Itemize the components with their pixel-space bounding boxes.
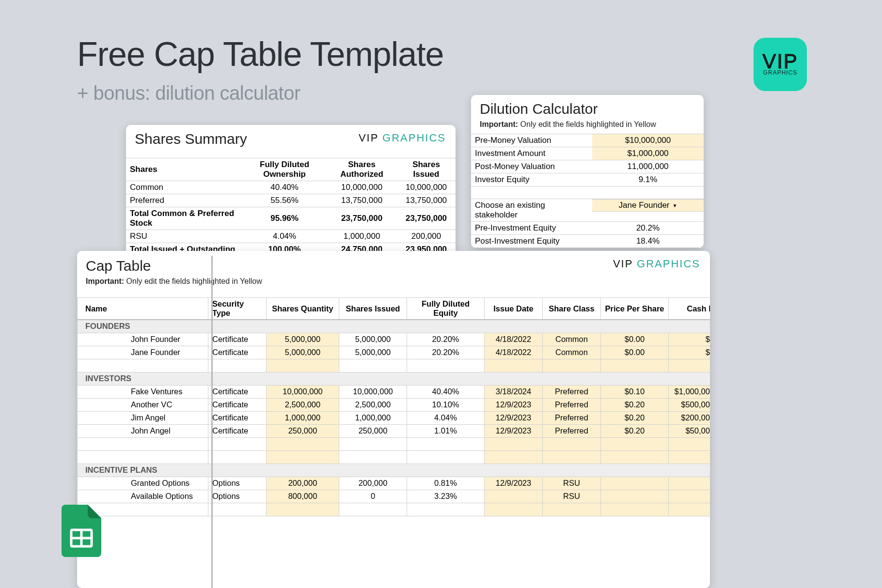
editable-cell[interactable]: 800,000: [267, 490, 339, 503]
editable-cell[interactable]: 12/9/2023: [485, 424, 543, 437]
vip-logo: VIP GRAPHICS: [359, 132, 446, 144]
column-header: Issue Date: [485, 298, 543, 320]
editable-cell[interactable]: 5,000,000: [267, 346, 339, 359]
freeze-divider: [211, 256, 213, 588]
editable-cell[interactable]: [485, 437, 543, 450]
editable-cell[interactable]: [669, 477, 710, 490]
editable-cell[interactable]: 4/18/2022: [485, 346, 543, 359]
editable-cell[interactable]: [485, 450, 543, 464]
table-row: Preferred55.56%13,750,00013,750,000: [126, 194, 456, 207]
dilution-title: Dilution Calculator: [471, 95, 704, 119]
editable-cell[interactable]: 4/18/2022: [485, 333, 543, 346]
editable-cell[interactable]: RSU: [543, 477, 601, 490]
editable-cell[interactable]: RSU: [543, 490, 601, 503]
editable-cell[interactable]: $0.00: [601, 346, 669, 359]
editable-cell[interactable]: $1,000,000.00: [669, 385, 710, 398]
cap-table-hint: Important: Only edit the fields highligh…: [77, 276, 710, 291]
editable-cell[interactable]: [267, 450, 339, 464]
editable-cell[interactable]: 12/9/2023: [485, 411, 543, 424]
column-header: Security Type: [208, 298, 267, 320]
editable-cell[interactable]: 200,000: [267, 477, 339, 490]
editable-cell[interactable]: Preferred: [543, 424, 601, 437]
editable-cell[interactable]: Preferred: [543, 411, 601, 424]
editable-cell[interactable]: 250,000: [267, 424, 339, 437]
section-header: INVESTORS: [78, 372, 710, 385]
editable-cell[interactable]: 12/9/2023: [485, 477, 543, 490]
editable-cell[interactable]: $0.00: [669, 346, 710, 359]
editable-cell[interactable]: 12/9/2023: [485, 398, 543, 411]
editable-cell[interactable]: $0.10: [601, 385, 669, 398]
editable-cell[interactable]: Preferred: [543, 398, 601, 411]
page-subtitle: + bonus: dilution calculator: [77, 82, 300, 104]
editable-cell[interactable]: [485, 503, 543, 516]
table-row: [78, 503, 710, 516]
editable-cell[interactable]: [485, 490, 543, 503]
editable-cell[interactable]: [601, 450, 669, 464]
editable-cell[interactable]: 1,000,000: [267, 411, 339, 424]
table-row: John FounderCertificate5,000,0005,000,00…: [78, 333, 710, 346]
editable-cell[interactable]: $10,000,000: [592, 134, 704, 147]
editable-cell[interactable]: [267, 503, 339, 516]
column-header: Shares Authorized: [327, 158, 397, 181]
editable-cell[interactable]: $50,000.00: [669, 424, 710, 437]
column-header: Shares Quantity: [267, 298, 339, 320]
stakeholder-select[interactable]: Jane Founder ▼: [592, 199, 704, 212]
column-header: Shares Issued: [339, 298, 407, 320]
editable-cell[interactable]: [669, 437, 710, 450]
editable-cell[interactable]: $500,000.00: [669, 398, 710, 411]
vip-badge: VIP GRAPHICS: [754, 38, 807, 91]
stakeholder-label: Choose an existing stakeholder: [471, 199, 592, 222]
editable-cell[interactable]: [669, 490, 710, 503]
editable-cell[interactable]: $0.20: [601, 411, 669, 424]
table-row: Pre-Money Valuation$10,000,000: [471, 134, 704, 147]
column-header: Share Class: [543, 298, 601, 320]
editable-cell[interactable]: 5,000,000: [267, 333, 339, 346]
editable-cell[interactable]: [601, 359, 669, 372]
editable-cell[interactable]: [669, 359, 710, 372]
table-row: [78, 359, 710, 372]
editable-cell[interactable]: [267, 359, 339, 372]
editable-cell[interactable]: [601, 490, 669, 503]
column-header: Shares: [126, 158, 242, 181]
google-sheets-icon: [62, 505, 101, 557]
shares-summary-table: SharesFully Diluted OwnershipShares Auth…: [126, 158, 456, 256]
editable-cell[interactable]: [669, 503, 710, 516]
column-header: Price Per Share: [601, 298, 669, 320]
column-header: Shares Issued: [397, 158, 456, 181]
editable-cell[interactable]: [543, 437, 601, 450]
editable-cell[interactable]: Common: [543, 333, 601, 346]
table-row: [78, 450, 710, 464]
table-row: Investment Amount$1,000,000: [471, 147, 704, 160]
editable-cell[interactable]: [543, 450, 601, 464]
editable-cell[interactable]: 10,000,000: [267, 385, 339, 398]
table-row: Post-Money Valuation11,000,000: [471, 160, 704, 173]
table-row: Total Common & Preferred Stock95.96%23,7…: [126, 207, 456, 230]
table-row: [78, 437, 710, 450]
column-header: Fully Diluted Equity: [407, 298, 485, 320]
editable-cell[interactable]: [543, 503, 601, 516]
column-header: Cash Paid: [669, 298, 710, 320]
editable-cell[interactable]: [601, 477, 669, 490]
editable-cell[interactable]: [543, 359, 601, 372]
editable-cell[interactable]: $0.00: [601, 333, 669, 346]
editable-cell[interactable]: [669, 450, 710, 464]
editable-cell[interactable]: $0.00: [669, 333, 710, 346]
editable-cell[interactable]: $1,000,000: [592, 147, 704, 160]
table-row: Jim AngelCertificate1,000,0001,000,0004.…: [78, 411, 710, 424]
editable-cell[interactable]: [267, 437, 339, 450]
editable-cell[interactable]: $0.20: [601, 424, 669, 437]
vip-badge-sub: GRAPHICS: [763, 71, 798, 75]
editable-cell[interactable]: [601, 503, 669, 516]
table-row: John AngelCertificate250,000250,0001.01%…: [78, 424, 710, 437]
editable-cell[interactable]: $0.20: [601, 398, 669, 411]
editable-cell[interactable]: $200,000.00: [669, 411, 710, 424]
editable-cell[interactable]: [485, 359, 543, 372]
editable-cell[interactable]: Preferred: [543, 385, 601, 398]
column-header: Fully Diluted Ownership: [242, 158, 327, 181]
editable-cell[interactable]: 2,500,000: [267, 398, 339, 411]
editable-cell[interactable]: 3/18/2024: [485, 385, 543, 398]
editable-cell[interactable]: [601, 437, 669, 450]
editable-cell[interactable]: Common: [543, 346, 601, 359]
table-row: Pre-Investment Equity20.2%: [471, 222, 704, 235]
section-header: FOUNDERS: [78, 320, 710, 333]
